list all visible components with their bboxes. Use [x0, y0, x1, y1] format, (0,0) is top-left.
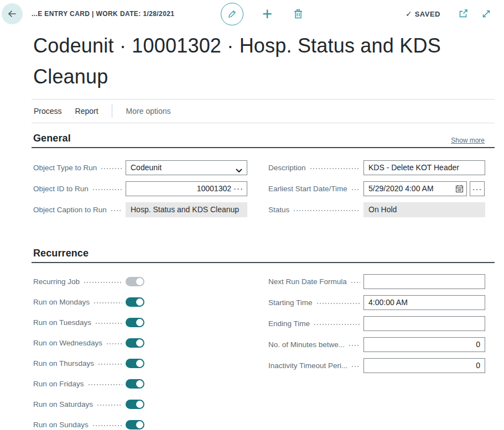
- field-label: Recurring Job: [33, 277, 80, 286]
- object-type-select[interactable]: Codeunit: [126, 160, 247, 175]
- starting-time-input[interactable]: [363, 295, 485, 310]
- run-on-tuesdays-toggle[interactable]: [126, 318, 144, 327]
- chevron-down-icon: [236, 166, 242, 175]
- dotted-leader: [84, 282, 122, 283]
- field-label: Object Caption to Run: [33, 206, 107, 214]
- minutes-between-input[interactable]: [363, 337, 485, 352]
- dotted-leader: [94, 302, 122, 303]
- dotted-leader: [352, 189, 360, 190]
- toggle-knob: [136, 339, 143, 347]
- earliest-start-input[interactable]: [363, 181, 467, 196]
- toggle-knob: [136, 380, 143, 387]
- menu-item-report[interactable]: Report: [75, 107, 98, 116]
- object-id-input[interactable]: [126, 181, 247, 196]
- trash-icon: [293, 8, 304, 20]
- field-object-caption-to-run: Object Caption to Run Hosp. Status and K…: [32, 202, 248, 217]
- datetime-assist-button[interactable]: ···: [470, 181, 485, 196]
- field-run-on-sundays: Run on Sundays: [32, 417, 248, 430]
- dotted-leader: [111, 210, 122, 211]
- fullscreen-button[interactable]: [481, 9, 491, 19]
- edit-button[interactable]: [221, 3, 243, 25]
- recurrence-left-column: Recurring Job Run on Mondays Run on Tues…: [32, 274, 248, 430]
- dotted-leader: [349, 345, 360, 346]
- field-status: Status On Hold: [268, 202, 495, 217]
- field-run-on-wednesdays: Run on Wednesdays: [32, 335, 248, 350]
- dotted-leader: [89, 384, 122, 385]
- field-label: Run on Saturdays: [33, 400, 93, 408]
- lookup-ellipsis-button[interactable]: ···: [233, 183, 243, 194]
- toggle-knob: [136, 278, 143, 285]
- field-run-on-fridays: Run on Fridays: [32, 376, 248, 391]
- action-ribbon: Process Report More options: [32, 99, 495, 123]
- check-icon: ✓: [406, 9, 412, 18]
- general-section-title: General: [33, 133, 71, 144]
- field-run-on-saturdays: Run on Saturdays: [32, 397, 248, 412]
- arrow-left-icon: [6, 8, 18, 20]
- ending-time-input[interactable]: [363, 316, 485, 331]
- run-on-saturdays-toggle[interactable]: [126, 400, 144, 409]
- object-type-value: Codeunit: [131, 163, 162, 172]
- field-label: Object Type to Run: [33, 164, 97, 172]
- open-in-new-window-button[interactable]: [458, 9, 469, 19]
- field-label: Run on Tuesdays: [33, 318, 91, 327]
- delete-button[interactable]: [293, 8, 304, 20]
- field-description: Description: [268, 160, 495, 175]
- top-bar: ...E ENTRY CARD | WORK DATE: 1/28/2021 +…: [0, 0, 504, 28]
- field-no-of-minutes-between: No. of Minutes betwe...: [268, 337, 495, 352]
- field-run-on-tuesdays: Run on Tuesdays: [32, 315, 248, 330]
- dotted-leader: [294, 210, 360, 211]
- dotted-leader: [107, 343, 122, 344]
- field-label: Run on Mondays: [33, 298, 90, 306]
- dotted-leader: [101, 168, 122, 169]
- toggle-knob: [136, 421, 143, 428]
- general-left-column: Object Type to Run Codeunit Object ID to…: [32, 160, 248, 223]
- field-starting-time: Starting Time: [268, 295, 495, 310]
- run-on-wednesdays-toggle[interactable]: [126, 338, 144, 348]
- new-button[interactable]: +: [262, 6, 272, 23]
- field-inactivity-timeout-period: Inactivity Timeout Peri...: [268, 358, 495, 373]
- popout-icon: [458, 9, 469, 19]
- field-label: Run on Thursdays: [33, 359, 94, 368]
- toggle-knob: [136, 401, 143, 408]
- page-content: Codeunit · 10001302 · Hosp. Status and K…: [0, 30, 504, 430]
- run-on-thursdays-toggle[interactable]: [126, 359, 144, 368]
- toggle-knob: [136, 298, 143, 306]
- back-button[interactable]: [2, 3, 23, 24]
- description-input[interactable]: [363, 160, 485, 175]
- field-label: Object ID to Run: [33, 185, 89, 193]
- pencil-icon: [227, 9, 237, 19]
- run-on-sundays-toggle[interactable]: [126, 420, 144, 429]
- run-on-mondays-toggle[interactable]: [126, 297, 144, 307]
- field-run-on-mondays: Run on Mondays: [32, 295, 248, 310]
- action-cluster: +: [221, 0, 304, 28]
- dotted-leader: [352, 366, 360, 367]
- field-label: Next Run Date Formula: [268, 277, 347, 286]
- field-label: Run on Wednesdays: [33, 339, 102, 347]
- menu-item-process[interactable]: Process: [34, 107, 62, 116]
- recurrence-section-header: Recurrence: [32, 248, 495, 263]
- saved-cluster: ✓ SAVED: [406, 0, 491, 28]
- dotted-leader: [314, 324, 360, 325]
- ribbon-divider: [112, 104, 112, 118]
- dotted-leader: [351, 282, 360, 283]
- page-title: Codeunit · 10001302 · Hosp. Status and K…: [33, 30, 495, 92]
- show-more-link[interactable]: Show more: [451, 137, 485, 144]
- field-label: Run on Sundays: [33, 421, 89, 429]
- field-run-on-thursdays: Run on Thursdays: [32, 356, 248, 371]
- field-label: Ending Time: [268, 319, 310, 328]
- field-label: No. of Minutes betwe...: [268, 340, 345, 349]
- next-run-date-formula-input[interactable]: [363, 274, 485, 289]
- calendar-icon[interactable]: [455, 185, 464, 193]
- field-recurring-job: Recurring Job: [32, 274, 248, 289]
- inactivity-timeout-input[interactable]: [363, 358, 485, 373]
- recurring-job-toggle[interactable]: [126, 277, 144, 286]
- recurrence-fields: Recurring Job Run on Mondays Run on Tues…: [32, 274, 495, 430]
- run-on-fridays-toggle[interactable]: [126, 379, 144, 389]
- dotted-leader: [317, 303, 360, 304]
- more-options-button[interactable]: More options: [126, 107, 171, 116]
- toggle-knob: [136, 319, 143, 326]
- status-readonly: On Hold: [363, 202, 485, 217]
- field-label: Status: [268, 206, 289, 214]
- dotted-leader: [96, 323, 122, 324]
- breadcrumb: ...E ENTRY CARD | WORK DATE: 1/28/2021: [32, 0, 174, 28]
